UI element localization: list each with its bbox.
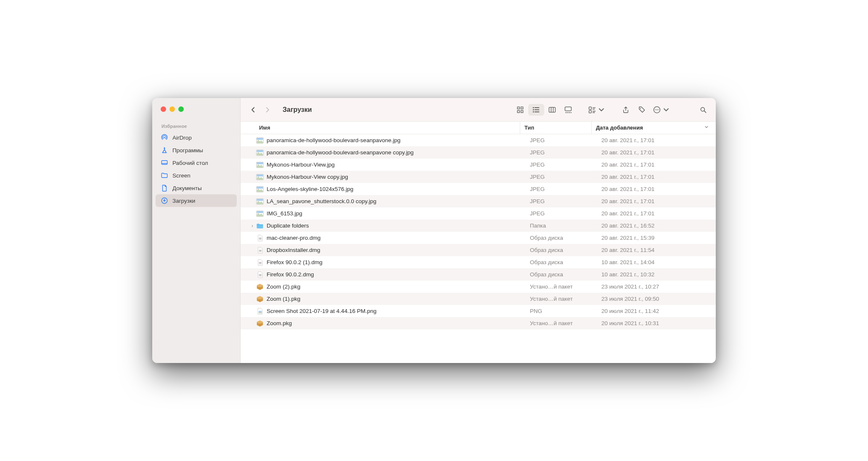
tags-button[interactable] <box>635 104 648 116</box>
action-menu-button[interactable] <box>651 104 672 116</box>
file-date: 10 авг. 2021 г., 14:04 <box>597 259 716 265</box>
main-panel: Загрузки Имя Тип Дата до <box>241 98 716 363</box>
file-date: 20 авг. 2021 г., 17:01 <box>597 186 716 192</box>
table-row[interactable]: ›panoramica-de-hollywood-boulevard-seanp… <box>241 146 716 159</box>
sidebar-item-label: Документы <box>172 185 202 191</box>
file-type-icon <box>256 259 264 266</box>
sort-indicator-icon <box>704 125 709 131</box>
file-date: 20 июля 2021 г., 11:42 <box>597 308 716 314</box>
file-date: 20 авг. 2021 г., 17:01 <box>597 162 716 168</box>
file-type: Папка <box>526 223 597 229</box>
table-row[interactable]: ›Mykonos-Harbour-View.jpgJPEG20 авг. 202… <box>241 159 716 171</box>
desktop-icon <box>161 159 168 167</box>
table-row[interactable]: ›Los-Angeles-skyline-1024x576.jpgJPEG20 … <box>241 183 716 195</box>
column-header-date-label: Дата добавления <box>596 125 643 131</box>
window-controls <box>152 106 240 112</box>
file-type: JPEG <box>526 174 597 180</box>
sidebar-item-label: Рабочий стол <box>172 160 208 166</box>
share-button[interactable] <box>619 104 632 116</box>
view-columns-button[interactable] <box>544 104 560 116</box>
file-name: Mykonos-Harbour-View.jpg <box>267 162 526 168</box>
table-row[interactable]: ›IMG_6153.jpgJPEG20 авг. 2021 г., 17:01 <box>241 207 716 220</box>
table-row[interactable]: ›panoramica-de-hollywood-boulevard-seanp… <box>241 134 716 146</box>
file-name: Firefox 90.0.2.dmg <box>267 271 526 278</box>
file-type: JPEG <box>526 149 597 156</box>
column-header-date[interactable]: Дата добавления <box>591 122 716 134</box>
table-row[interactable]: ›Zoom (2).pkgУстано…й пакет23 июля 2021 … <box>241 281 716 293</box>
file-name: Zoom (2).pkg <box>267 283 526 290</box>
file-name: LA_sean_pavone_shutterstock.0.0 copy.jpg <box>267 198 526 204</box>
file-date: 20 июля 2021 г., 10:31 <box>597 320 716 326</box>
close-window-button[interactable] <box>161 106 166 112</box>
sidebar-item-4[interactable]: Документы <box>156 182 237 194</box>
sidebar-item-1[interactable]: Программы <box>156 144 237 156</box>
folder-s-icon <box>161 172 168 179</box>
table-row[interactable]: ›Zoom (1).pkgУстано…й пакет23 июля 2021 … <box>241 293 716 305</box>
column-headers: Имя Тип Дата добавления <box>241 122 716 134</box>
table-row[interactable]: ›Zoom.pkgУстано…й пакет20 июля 2021 г., … <box>241 317 716 329</box>
file-type-icon <box>256 295 264 303</box>
sidebar-item-label: Загрузки <box>172 198 195 204</box>
table-row[interactable]: ›Screen Shot 2021-07-19 at 4.44.16 PM.pn… <box>241 305 716 317</box>
file-name: Zoom (1).pkg <box>267 296 526 302</box>
file-type-icon <box>256 137 264 144</box>
file-name: Screen Shot 2021-07-19 at 4.44.16 PM.png <box>267 308 526 314</box>
view-list-button[interactable] <box>528 104 544 116</box>
table-row[interactable]: ›mac-cleaner-pro.dmgОбраз диска20 авг. 2… <box>241 232 716 244</box>
sidebar-item-2[interactable]: Рабочий стол <box>156 156 237 169</box>
sidebar: Избранное AirDropПрограммыРабочий столSc… <box>152 98 241 363</box>
file-type: JPEG <box>526 198 597 204</box>
file-name: Duplicate folders <box>267 223 526 229</box>
sidebar-item-label: Screen <box>172 172 191 179</box>
table-row[interactable]: ›Firefox 90.0.2 (1).dmgОбраз диска10 авг… <box>241 256 716 268</box>
file-type: JPEG <box>526 210 597 217</box>
file-date: 20 авг. 2021 г., 17:01 <box>597 149 716 156</box>
minimize-window-button[interactable] <box>169 106 175 112</box>
file-type: JPEG <box>526 137 597 143</box>
file-type-icon <box>256 320 264 327</box>
file-name: mac-cleaner-pro.dmg <box>267 235 526 241</box>
window-title: Загрузки <box>283 106 312 114</box>
file-date: 20 авг. 2021 г., 17:01 <box>597 198 716 204</box>
view-gallery-button[interactable] <box>560 104 576 116</box>
file-type-icon <box>256 210 264 217</box>
back-button[interactable] <box>246 104 260 116</box>
sidebar-item-5[interactable]: Загрузки <box>156 194 237 207</box>
table-row[interactable]: ›DropboxInstaller.dmgОбраз диска20 авг. … <box>241 244 716 256</box>
group-by-button[interactable] <box>586 104 607 116</box>
file-date: 20 авг. 2021 г., 17:01 <box>597 210 716 217</box>
download-icon <box>161 197 168 204</box>
file-name: Los-Angeles-skyline-1024x576.jpg <box>267 186 526 192</box>
disclosure-triangle-icon[interactable]: › <box>249 223 256 229</box>
column-header-name[interactable]: Имя <box>259 122 520 134</box>
file-type: Образ диска <box>526 247 597 253</box>
table-row[interactable]: ›Duplicate foldersПапка20 авг. 2021 г., … <box>241 220 716 232</box>
file-list: ›panoramica-de-hollywood-boulevard-seanp… <box>241 134 716 363</box>
file-date: 10 авг. 2021 г., 10:32 <box>597 271 716 278</box>
sidebar-item-3[interactable]: Screen <box>156 169 237 182</box>
doc-icon <box>161 184 168 192</box>
file-date: 20 авг. 2021 г., 16:52 <box>597 223 716 229</box>
table-row[interactable]: ›LA_sean_pavone_shutterstock.0.0 copy.jp… <box>241 195 716 207</box>
table-row[interactable]: ›Firefox 90.0.2.dmgОбраз диска10 авг. 20… <box>241 268 716 281</box>
file-type-icon <box>256 246 264 254</box>
sidebar-item-label: AirDrop <box>172 135 192 141</box>
file-type: Образ диска <box>526 259 597 265</box>
search-button[interactable] <box>696 104 710 116</box>
file-type: PNG <box>526 308 597 314</box>
file-type-icon <box>256 283 264 291</box>
file-name: Mykonos-Harbour-View copy.jpg <box>267 174 526 180</box>
forward-button[interactable] <box>261 104 274 116</box>
finder-window: Избранное AirDropПрограммыРабочий столSc… <box>152 98 716 363</box>
file-type-icon <box>256 185 264 193</box>
view-icons-button[interactable] <box>512 104 528 116</box>
zoom-window-button[interactable] <box>178 106 184 112</box>
file-type-icon <box>256 307 264 315</box>
file-type-icon <box>256 222 264 230</box>
sidebar-item-0[interactable]: AirDrop <box>156 131 237 144</box>
file-type: Образ диска <box>526 235 597 241</box>
column-header-type[interactable]: Тип <box>520 122 591 134</box>
table-row[interactable]: ›Mykonos-Harbour-View copy.jpgJPEG20 авг… <box>241 171 716 183</box>
file-type-icon <box>256 234 264 242</box>
file-name: panoramica-de-hollywood-boulevard-seanpa… <box>267 149 526 156</box>
